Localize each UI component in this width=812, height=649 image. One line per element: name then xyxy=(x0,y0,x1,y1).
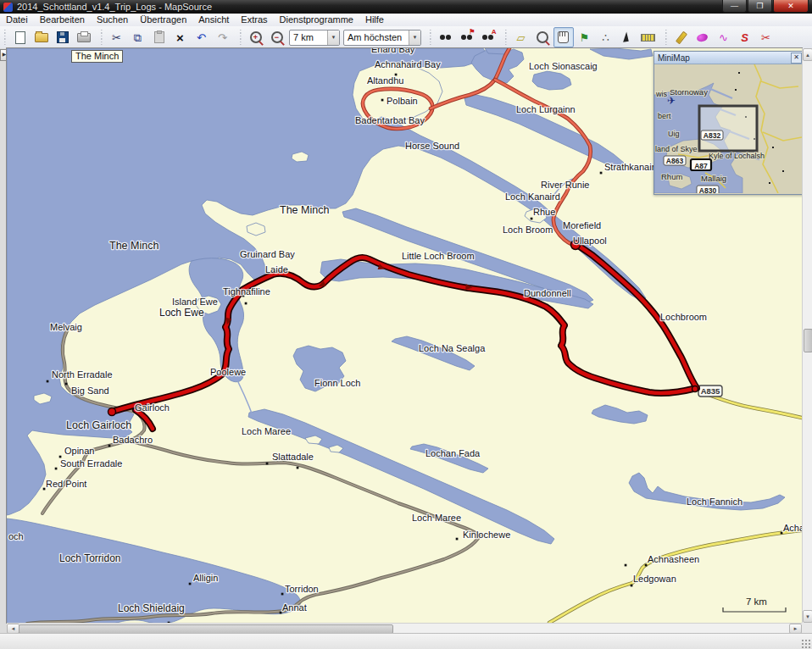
map-place-label: Loch Na Sealga xyxy=(419,343,486,353)
map-place-label: South Erradale xyxy=(60,458,122,469)
title-bar: 2014_Schottland_v1.4_Trip_Logs - MapSour… xyxy=(0,0,812,14)
paste-button[interactable] xyxy=(149,27,170,47)
map-place-label: Loch Lurgainn xyxy=(516,104,576,114)
track-endpoint xyxy=(108,408,116,416)
restore-button[interactable]: ❐ xyxy=(748,0,772,13)
track-endpoint xyxy=(692,386,698,392)
menu-item-übertragen[interactable]: Übertragen xyxy=(134,14,192,26)
menu-item-hilfe[interactable]: Hilfe xyxy=(359,14,390,26)
cut-icon: ✂ xyxy=(112,32,121,43)
map-place-label: Achnasheen xyxy=(648,554,699,564)
zoom-tool-button[interactable] xyxy=(532,27,553,47)
copy-button[interactable]: ⧉ xyxy=(128,27,148,47)
map-place-label: Little Loch Broom xyxy=(402,251,475,261)
minimap-town-dot xyxy=(772,147,774,148)
map-place-label: Acha xyxy=(783,523,802,533)
map-place-label: Loch Maree xyxy=(242,426,291,436)
minimap-place-label: Rhum xyxy=(661,172,682,181)
minimap-view-rectangle[interactable] xyxy=(699,106,757,151)
measure-tool-button[interactable] xyxy=(638,27,659,47)
map-place-label: River Runie xyxy=(541,180,589,190)
zoom-in-button[interactable]: + xyxy=(246,27,266,47)
map-place-label: Tighnafiline xyxy=(223,286,270,297)
print-button[interactable] xyxy=(74,27,94,47)
waypoint-flag-tool-button[interactable]: ⚑ xyxy=(575,27,595,47)
save-file-button[interactable] xyxy=(53,27,73,47)
track-curve-tool-icon: S xyxy=(741,32,748,43)
redo-icon: ↷ xyxy=(218,32,227,43)
cut-button[interactable]: ✂ xyxy=(107,27,127,47)
map-place-label: The Minch xyxy=(280,204,329,216)
hand-pan-tool-button[interactable] xyxy=(553,27,574,47)
scroll-down-button[interactable]: ▼ xyxy=(803,610,812,623)
map-place-label: Ledgowan xyxy=(633,574,676,584)
vertical-scroll-thumb[interactable] xyxy=(804,329,812,352)
minimap-close-icon[interactable]: ✕ xyxy=(791,53,802,64)
zoom-out-button[interactable]: − xyxy=(267,27,287,47)
status-bar xyxy=(0,633,812,649)
menu-item-extras[interactable]: Extras xyxy=(235,14,273,26)
menu-item-suchen[interactable]: Suchen xyxy=(91,14,134,26)
draw-route-tool-button[interactable] xyxy=(692,27,713,47)
draw-waypoint-tool-button[interactable] xyxy=(671,27,692,47)
toolbar-grip xyxy=(239,30,242,45)
menu-item-dienstprogramme[interactable]: Dienstprogramme xyxy=(274,14,359,26)
map-place-label: Torridon xyxy=(285,584,319,594)
map-place-label: Horse Sound xyxy=(405,141,459,151)
undo-button[interactable]: ↶ xyxy=(192,27,212,47)
window-title: 2014_Schottland_v1.4_Trip_Logs - MapSour… xyxy=(17,2,212,12)
map-place-label: Loch Shieldaig xyxy=(118,602,185,614)
open-file-button[interactable] xyxy=(31,27,52,47)
map-village-dot xyxy=(47,380,49,383)
map-place-label: Loch Gairloch xyxy=(66,419,131,431)
track-curve-tool-button[interactable]: S xyxy=(735,27,755,47)
menu-item-ansicht[interactable]: Ansicht xyxy=(192,14,235,26)
map-place-label: Gairloch xyxy=(135,402,170,413)
find-recent-badge: A xyxy=(492,29,497,36)
minimap-canvas[interactable]: ✈StornowaywisbertUigland of SkyeKyle of … xyxy=(654,64,802,193)
find-nearest-places-icon xyxy=(461,35,466,40)
mapsource-window: 2014_Schottland_v1.4_Trip_Logs - MapSour… xyxy=(0,0,812,649)
minimap-town-dot xyxy=(738,72,740,74)
map-place-label: Loch Sionascaig xyxy=(529,61,598,71)
scroll-up-button[interactable]: ▲ xyxy=(803,48,812,61)
minimize-button[interactable]: — xyxy=(722,0,747,13)
resize-grip[interactable] xyxy=(801,639,811,649)
vertical-scrollbar[interactable]: ▲ ▼ xyxy=(802,48,812,623)
find-places-button[interactable] xyxy=(436,27,456,47)
map-place-label: Loch Ewe xyxy=(159,307,204,319)
draw-route-tool-icon xyxy=(696,32,709,42)
selection-tool-button[interactable] xyxy=(617,27,637,47)
map-place-label: Poolewe xyxy=(210,367,246,377)
zoom-scale-select[interactable]: 7 km▼ xyxy=(289,30,340,46)
draw-track-tool-button[interactable]: ∿ xyxy=(714,27,734,47)
minimap-road-shield-label: A832 xyxy=(704,131,721,140)
track-split-tool-button[interactable]: ✂ xyxy=(756,27,776,47)
toolbar-group: ▱⚑∴ xyxy=(501,26,661,48)
map-village-dot xyxy=(280,612,282,614)
chevron-down-icon[interactable]: ▼ xyxy=(327,31,339,45)
route-tool-button[interactable]: ∴ xyxy=(596,27,616,47)
map-place-label: Achnahaird Bay xyxy=(375,59,441,69)
delete-button[interactable]: × xyxy=(170,27,191,47)
map-village-dot xyxy=(245,302,247,305)
new-document-button[interactable] xyxy=(10,27,31,47)
toolbar-grip xyxy=(504,30,508,45)
map-village-dot xyxy=(108,445,111,447)
menu-item-datei[interactable]: Datei xyxy=(0,14,34,26)
map-detail-select[interactable]: Am höchsten▼ xyxy=(343,30,421,46)
chevron-down-icon[interactable]: ▼ xyxy=(409,31,420,45)
close-button[interactable]: ✕ xyxy=(773,0,809,13)
map-place-label: Lochbroom xyxy=(660,312,707,322)
find-nearest-places-button[interactable]: ⚑ xyxy=(457,27,477,47)
map-village-dot xyxy=(65,383,68,386)
find-nearest-places-badge: ⚑ xyxy=(469,29,475,36)
map-select-tool-button[interactable]: ▱ xyxy=(511,27,531,47)
find-recent-button[interactable]: A xyxy=(478,27,498,47)
menu-item-bearbeiten[interactable]: Bearbeiten xyxy=(34,14,91,26)
find-recent-icon xyxy=(482,35,487,40)
map-viewport[interactable]: A835Enard BayAchnahaird BayLoch Sionasca… xyxy=(7,48,802,623)
redo-button[interactable]: ↷ xyxy=(213,27,233,47)
road-shield-label: A835 xyxy=(701,386,720,396)
minimap-place-label: Stornoway xyxy=(670,87,708,97)
